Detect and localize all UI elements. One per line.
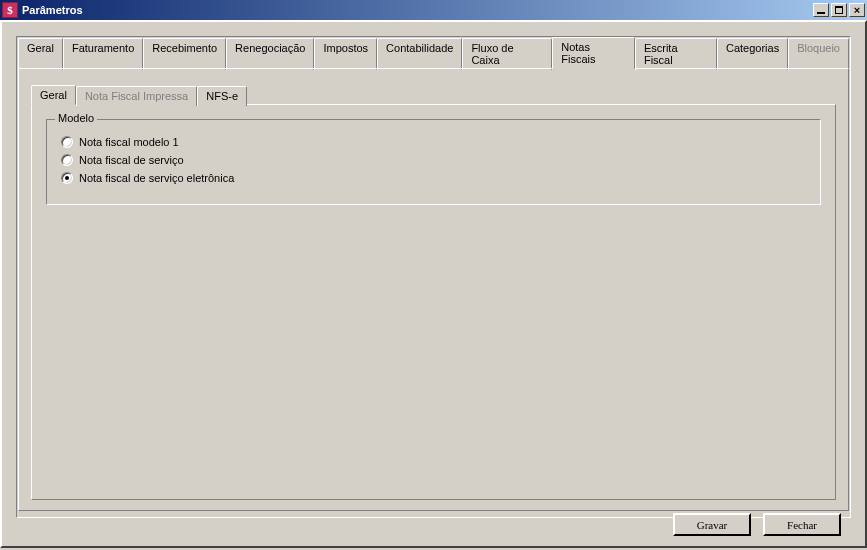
radio-nota-fiscal-de-servico-eletronica[interactable]: Nota fiscal de serviço eletrônica [61,172,806,184]
sub-tabstrip: Geral Nota Fiscal Impressa NFS-e [31,85,836,105]
close-button[interactable]: × [849,3,865,17]
tab-notas-fiscais[interactable]: Notas Fiscais [552,37,635,69]
tab-categorias[interactable]: Categorias [717,38,788,70]
footer-buttons: Gravar Fechar [673,513,841,536]
tab-faturamento[interactable]: Faturamento [63,38,143,70]
window-body: Geral Faturamento Recebimento Renegociaç… [0,20,867,548]
radio-icon [61,136,73,148]
radio-label: Nota fiscal de serviço eletrônica [79,172,234,184]
gravar-button[interactable]: Gravar [673,513,751,536]
window-title: Parâmetros [22,4,811,16]
subtab-geral[interactable]: Geral [31,85,76,105]
tab-contabilidade[interactable]: Contabilidade [377,38,462,70]
tab-impostos[interactable]: Impostos [314,38,377,70]
subtab-nfse[interactable]: NFS-e [197,86,247,106]
tab-escrita-fiscal[interactable]: Escrita Fiscal [635,38,717,70]
app-icon: $ [2,2,18,18]
tab-renegociacao[interactable]: Renegociação [226,38,314,70]
subtab-geral-panel: Modelo Nota fiscal modelo 1 Nota fiscal … [31,104,836,500]
main-panel: Geral Faturamento Recebimento Renegociaç… [16,36,851,518]
radio-icon [61,172,73,184]
tab-geral[interactable]: Geral [18,38,63,70]
notas-fiscais-panel: Geral Nota Fiscal Impressa NFS-e Modelo … [18,68,849,511]
tab-fluxo-de-caixa[interactable]: Fluxo de Caixa [462,38,552,70]
main-tabstrip: Geral Faturamento Recebimento Renegociaç… [18,37,849,69]
titlebar: $ Parâmetros × [0,0,867,20]
modelo-fieldset: Modelo Nota fiscal modelo 1 Nota fiscal … [46,119,821,205]
radio-label: Nota fiscal modelo 1 [79,136,179,148]
subtab-nota-fiscal-impressa: Nota Fiscal Impressa [76,86,197,106]
tab-bloqueio: Bloqueio [788,38,849,70]
radio-nota-fiscal-modelo-1[interactable]: Nota fiscal modelo 1 [61,136,806,148]
radio-nota-fiscal-de-servico[interactable]: Nota fiscal de serviço [61,154,806,166]
tab-recebimento[interactable]: Recebimento [143,38,226,70]
window-controls: × [811,3,865,17]
radio-label: Nota fiscal de serviço [79,154,184,166]
maximize-button[interactable] [831,3,847,17]
minimize-button[interactable] [813,3,829,17]
radio-icon [61,154,73,166]
modelo-legend: Modelo [55,112,97,124]
fechar-button[interactable]: Fechar [763,513,841,536]
